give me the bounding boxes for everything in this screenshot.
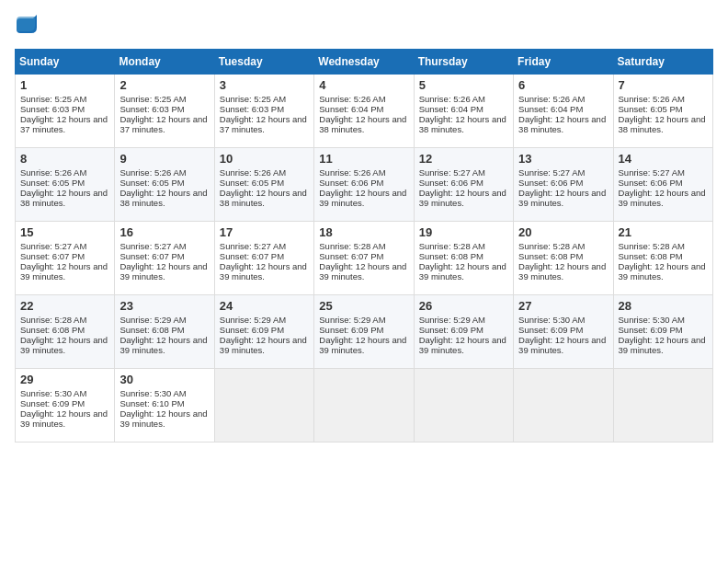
- calendar-cell: 2Sunrise: 5:25 AMSunset: 6:03 PMDaylight…: [115, 75, 214, 148]
- daylight-label: Daylight: 12 hours and 37 minutes.: [20, 114, 108, 134]
- day-number: 1: [20, 78, 109, 92]
- calendar-cell: 26Sunrise: 5:29 AMSunset: 6:09 PMDayligh…: [414, 295, 513, 369]
- calendar-week-5: 29Sunrise: 5:30 AMSunset: 6:09 PMDayligh…: [16, 369, 713, 442]
- sunrise-label: Sunrise: 5:28 AM: [518, 241, 585, 251]
- sunset-label: Sunset: 6:07 PM: [220, 251, 284, 261]
- daylight-label: Daylight: 12 hours and 38 minutes.: [220, 188, 307, 208]
- daylight-label: Daylight: 12 hours and 39 minutes.: [319, 188, 406, 208]
- day-number: 25: [319, 299, 408, 313]
- sunrise-label: Sunrise: 5:26 AM: [319, 167, 385, 178]
- calendar-cell: 21Sunrise: 5:28 AMSunset: 6:08 PMDayligh…: [613, 222, 712, 295]
- day-number: 11: [319, 152, 408, 166]
- calendar-cell: 12Sunrise: 5:27 AMSunset: 6:06 PMDayligh…: [414, 148, 513, 222]
- sunrise-label: Sunrise: 5:30 AM: [119, 388, 186, 398]
- calendar-cell: 1Sunrise: 5:25 AMSunset: 6:03 PMDaylight…: [16, 75, 115, 148]
- daylight-label: Daylight: 12 hours and 38 minutes.: [419, 114, 506, 134]
- sunset-label: Sunset: 6:04 PM: [319, 104, 383, 114]
- day-number: 10: [220, 152, 309, 166]
- day-number: 24: [220, 299, 309, 313]
- sunrise-label: Sunrise: 5:26 AM: [419, 94, 485, 104]
- daylight-label: Daylight: 12 hours and 39 minutes.: [220, 261, 307, 282]
- calendar-cell: [613, 369, 712, 442]
- calendar-cell: 22Sunrise: 5:28 AMSunset: 6:08 PMDayligh…: [16, 295, 115, 369]
- day-number: 18: [319, 225, 408, 239]
- sunrise-label: Sunrise: 5:26 AM: [619, 94, 685, 104]
- daylight-label: Daylight: 12 hours and 39 minutes.: [619, 188, 706, 208]
- daylight-label: Daylight: 12 hours and 38 minutes.: [119, 188, 207, 208]
- sunset-label: Sunset: 6:07 PM: [119, 251, 184, 261]
- daylight-label: Daylight: 12 hours and 39 minutes.: [419, 188, 506, 208]
- sunset-label: Sunset: 6:03 PM: [20, 104, 85, 114]
- calendar-week-1: 1Sunrise: 5:25 AMSunset: 6:03 PMDaylight…: [16, 75, 713, 148]
- sunset-label: Sunset: 6:08 PM: [119, 325, 184, 335]
- daylight-label: Daylight: 12 hours and 39 minutes.: [619, 261, 706, 282]
- calendar-cell: 18Sunrise: 5:28 AMSunset: 6:07 PMDayligh…: [314, 222, 414, 295]
- day-number: 2: [119, 78, 209, 92]
- sunrise-label: Sunrise: 5:27 AM: [119, 241, 186, 251]
- daylight-label: Daylight: 12 hours and 39 minutes.: [20, 261, 108, 282]
- calendar-cell: 11Sunrise: 5:26 AMSunset: 6:06 PMDayligh…: [314, 148, 414, 222]
- daylight-label: Daylight: 12 hours and 39 minutes.: [119, 261, 207, 282]
- day-number: 21: [619, 225, 708, 239]
- sunrise-label: Sunrise: 5:30 AM: [619, 315, 685, 325]
- sunset-label: Sunset: 6:09 PM: [619, 325, 683, 335]
- day-number: 23: [119, 299, 209, 313]
- sunset-label: Sunset: 6:06 PM: [518, 178, 583, 188]
- day-number: 7: [619, 78, 708, 92]
- sunrise-label: Sunrise: 5:30 AM: [20, 388, 86, 398]
- day-number: 19: [419, 225, 508, 239]
- sunset-label: Sunset: 6:05 PM: [20, 178, 85, 188]
- sunset-label: Sunset: 6:08 PM: [619, 251, 683, 261]
- sunrise-label: Sunrise: 5:28 AM: [619, 241, 685, 251]
- sunrise-label: Sunrise: 5:26 AM: [119, 167, 186, 178]
- sunrise-label: Sunrise: 5:26 AM: [220, 167, 286, 178]
- sunrise-label: Sunrise: 5:28 AM: [20, 315, 86, 325]
- day-number: 14: [619, 152, 708, 166]
- day-number: 22: [20, 299, 109, 313]
- day-number: 9: [119, 152, 209, 166]
- day-number: 5: [419, 78, 508, 92]
- calendar-cell: [514, 369, 613, 442]
- calendar-cell: 4Sunrise: 5:26 AMSunset: 6:04 PMDaylight…: [314, 75, 414, 148]
- calendar-cell: 13Sunrise: 5:27 AMSunset: 6:06 PMDayligh…: [514, 148, 613, 222]
- day-number: 16: [119, 225, 209, 239]
- sunset-label: Sunset: 6:05 PM: [619, 104, 683, 114]
- daylight-label: Daylight: 12 hours and 39 minutes.: [119, 335, 207, 355]
- daylight-label: Daylight: 12 hours and 39 minutes.: [518, 261, 606, 282]
- calendar-cell: 17Sunrise: 5:27 AMSunset: 6:07 PMDayligh…: [214, 222, 313, 295]
- calendar-cell: 29Sunrise: 5:30 AMSunset: 6:09 PMDayligh…: [16, 369, 115, 442]
- weekday-header-saturday: Saturday: [613, 50, 712, 75]
- logo-icon: [17, 15, 37, 35]
- calendar-cell: 23Sunrise: 5:29 AMSunset: 6:08 PMDayligh…: [115, 295, 214, 369]
- day-number: 28: [619, 299, 708, 313]
- day-number: 15: [20, 225, 109, 239]
- sunrise-label: Sunrise: 5:27 AM: [619, 167, 685, 178]
- sunset-label: Sunset: 6:04 PM: [518, 104, 583, 114]
- daylight-label: Daylight: 12 hours and 39 minutes.: [619, 335, 706, 355]
- calendar: SundayMondayTuesdayWednesdayThursdayFrid…: [15, 49, 713, 442]
- daylight-label: Daylight: 12 hours and 37 minutes.: [220, 114, 307, 134]
- sunset-label: Sunset: 6:06 PM: [419, 178, 483, 188]
- calendar-week-3: 15Sunrise: 5:27 AMSunset: 6:07 PMDayligh…: [16, 222, 713, 295]
- sunrise-label: Sunrise: 5:29 AM: [319, 315, 385, 325]
- calendar-cell: 7Sunrise: 5:26 AMSunset: 6:05 PMDaylight…: [613, 75, 712, 148]
- day-number: 30: [119, 373, 209, 386]
- sunrise-label: Sunrise: 5:26 AM: [518, 94, 585, 104]
- daylight-label: Daylight: 12 hours and 37 minutes.: [119, 114, 207, 134]
- calendar-cell: 20Sunrise: 5:28 AMSunset: 6:08 PMDayligh…: [514, 222, 613, 295]
- sunset-label: Sunset: 6:08 PM: [20, 325, 85, 335]
- daylight-label: Daylight: 12 hours and 38 minutes.: [319, 114, 406, 134]
- sunset-label: Sunset: 6:06 PM: [319, 178, 383, 188]
- weekday-header-tuesday: Tuesday: [214, 50, 313, 75]
- sunset-label: Sunset: 6:09 PM: [419, 325, 483, 335]
- daylight-label: Daylight: 12 hours and 39 minutes.: [20, 408, 108, 429]
- calendar-cell: 3Sunrise: 5:25 AMSunset: 6:03 PMDaylight…: [214, 75, 313, 148]
- daylight-label: Daylight: 12 hours and 39 minutes.: [319, 335, 406, 355]
- daylight-label: Daylight: 12 hours and 38 minutes.: [518, 114, 606, 134]
- weekday-header-sunday: Sunday: [16, 50, 115, 75]
- sunrise-label: Sunrise: 5:26 AM: [20, 167, 86, 178]
- sunrise-label: Sunrise: 5:25 AM: [119, 94, 186, 104]
- sunrise-label: Sunrise: 5:25 AM: [220, 94, 286, 104]
- day-number: 4: [319, 78, 408, 92]
- daylight-label: Daylight: 12 hours and 39 minutes.: [20, 335, 108, 355]
